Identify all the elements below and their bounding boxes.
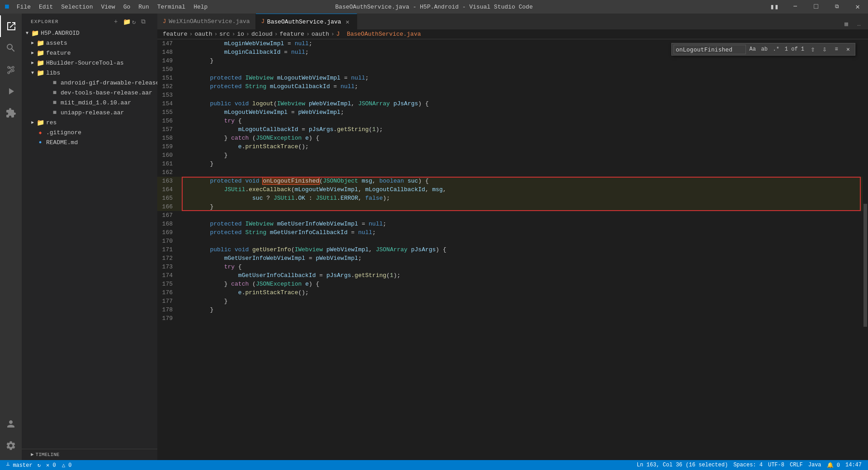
code-line-158: 158 } catch (JSONException e) { (157, 134, 868, 142)
menu-go[interactable]: Go (120, 3, 134, 11)
breadcrumb-io[interactable]: io (237, 31, 244, 38)
menu-selection[interactable]: Selection (57, 3, 96, 11)
search-widget: Aa ab .* 1 of 1 ⇧ ⇩ ≡ ✕ (671, 43, 855, 56)
warning-icon: △ (62, 462, 65, 469)
settings-icon[interactable] (0, 435, 22, 456)
timeline-section[interactable]: ► TIMELINE (22, 449, 157, 460)
error-icon: ✕ (46, 462, 49, 469)
menu-terminal[interactable]: Terminal (154, 3, 189, 11)
tab-close-button[interactable]: ✕ (344, 18, 351, 25)
breadcrumb: feature › oauth › src › io › dcloud › fe… (157, 29, 868, 39)
tab-label: BaseOAuthService.java (267, 19, 341, 25)
sidebar-item-h5p-android[interactable]: ▼ 📁 H5P.ANDROID (22, 28, 157, 38)
sidebar-item-label: README.md (46, 139, 78, 146)
main-layout: EXPLORER + 📁 ↻ ⧉ ▼ 📁 H5P.ANDROID ► 📁 ass… (0, 14, 868, 460)
maximize-button[interactable]: □ (806, 0, 826, 14)
regex-button[interactable]: .* (771, 44, 781, 54)
code-editor[interactable]: 147 mLoginWebViewImpl = null; 148 mLogin… (157, 39, 868, 460)
line-ending[interactable]: CRLF (787, 462, 806, 468)
restore-button[interactable]: ⧉ (826, 0, 847, 14)
sidebar-item-android-gif[interactable]: ► ■ android-gif-drawable-release@1.2.17.… (22, 78, 157, 88)
breadcrumb-feature2[interactable]: feature (280, 31, 305, 38)
code-line-178: 178 } (157, 306, 868, 314)
refresh-button[interactable]: ↻ (132, 18, 139, 25)
folder-icon: 📁 (31, 29, 39, 37)
menu-help[interactable]: Help (190, 3, 211, 11)
tab-baseoauth[interactable]: J BaseOAuthService.java ✕ (256, 14, 357, 29)
close-search-button[interactable]: ✕ (843, 44, 853, 54)
code-line-159: 159 e.printStackTrace(); (157, 142, 868, 151)
sidebar-item-label: uniapp-release.aar (61, 109, 124, 116)
extensions-icon[interactable] (0, 102, 22, 124)
git-branch[interactable]: ┴ master ↻ (4, 462, 43, 469)
minimap-scrollbar[interactable] (863, 39, 868, 450)
git-file-icon: ◆ (36, 128, 44, 136)
sidebar-item-dev-tools[interactable]: ► ■ dev-tools-base-release.aar (22, 88, 157, 98)
run-debug-icon[interactable] (0, 80, 22, 102)
search-input[interactable] (674, 45, 746, 54)
sidebar-item-res[interactable]: ► 📁 res (22, 118, 157, 127)
breadcrumb-dcloud[interactable]: dcloud (251, 31, 273, 38)
menu-edit[interactable]: Edit (35, 3, 57, 11)
sidebar-item-miit[interactable]: ► ■ miit_mdid_1.0.10.aar (22, 98, 157, 108)
account-icon[interactable] (0, 413, 22, 435)
cursor-position[interactable]: Ln 163, Col 36 (16 selected) (634, 462, 731, 468)
sidebar-item-gitignore[interactable]: ► ◆ .gitignore (22, 127, 157, 137)
more-options-button[interactable]: ≡ (831, 44, 841, 54)
minimize-button[interactable]: − (785, 0, 806, 14)
prev-match-button[interactable]: ⇧ (808, 44, 818, 54)
sidebar-item-label: dev-tools-base-release.aar (61, 89, 152, 96)
code-line-172: 172 mGetUserInfoWebViewImpl = pWebViewIm… (157, 254, 868, 263)
menu-file[interactable]: File (13, 3, 34, 11)
sidebar-item-label: H5P.ANDROID (41, 30, 80, 37)
scrollbar-thumb[interactable] (863, 204, 867, 327)
language-mode[interactable]: Java (806, 462, 824, 468)
split-editor-button[interactable]: ▦ (841, 19, 852, 29)
sidebar-header-actions: + 📁 ↻ ⧉ (114, 18, 148, 25)
sidebar-item-hbuilder[interactable]: ► 📁 HBuilder-SourceTool-as (22, 58, 157, 68)
sidebar-item-assets[interactable]: ► 📁 assets (22, 38, 157, 48)
match-word-button[interactable]: ab (760, 44, 769, 54)
sidebar-item-feature[interactable]: ► 📁 feature (22, 48, 157, 58)
sidebar-item-label: android-gif-drawable-release@1.2.17.aar (61, 80, 157, 86)
warning-value: 0 (68, 462, 71, 469)
code-line-151: 151 protected IWebview mLogoutWebViewImp… (157, 74, 868, 82)
sidebar-item-label: assets (46, 40, 67, 47)
code-line-179: 179 (157, 314, 868, 323)
file-tree: ▼ 📁 H5P.ANDROID ► 📁 assets ► 📁 feature ►… (22, 28, 157, 449)
new-file-button[interactable]: + (114, 18, 121, 25)
sidebar-toggle-button[interactable]: ▮▮ (764, 0, 785, 14)
error-count[interactable]: ✕ 0 △ 0 (43, 462, 74, 469)
folder-icon: 📁 (36, 39, 44, 47)
code-line-150: 150 (157, 65, 868, 74)
code-line-171: 171 public void getUserInfo(IWebview pWe… (157, 245, 868, 254)
folder-icon: 📁 (36, 118, 44, 127)
spaces-setting[interactable]: Spaces: 4 (731, 462, 765, 468)
match-case-button[interactable]: Aa (748, 44, 758, 54)
new-folder-button[interactable]: 📁 (123, 18, 130, 25)
sidebar-item-label: .gitignore (46, 129, 81, 136)
breadcrumb-file[interactable]: J BaseOAuthService.java (336, 31, 421, 38)
search-icon[interactable] (0, 37, 22, 59)
explorer-icon[interactable] (0, 15, 22, 37)
code-line-162: 162 (157, 168, 868, 177)
more-actions-button[interactable]: … (854, 19, 864, 29)
code-line-152: 152 protected String mLogoutCallbackId =… (157, 82, 868, 91)
code-line-177: 177 } (157, 297, 868, 306)
breadcrumb-src[interactable]: src (219, 31, 230, 38)
sidebar-item-readme[interactable]: ► ● README.md (22, 137, 157, 147)
breadcrumb-feature[interactable]: feature (163, 31, 188, 38)
breadcrumb-oauth2[interactable]: oauth (311, 31, 329, 38)
sidebar-item-uniapp[interactable]: ► ■ uniapp-release.aar (22, 108, 157, 118)
tab-weixinoauth[interactable]: J WeiXinOAuthService.java (157, 14, 256, 29)
breadcrumb-oauth[interactable]: oauth (194, 31, 212, 38)
encoding[interactable]: UTF-8 (765, 462, 787, 468)
source-control-icon[interactable] (0, 59, 22, 80)
next-match-button[interactable]: ⇩ (820, 44, 830, 54)
sidebar-item-libs[interactable]: ▼ 📁 libs (22, 68, 157, 78)
menu-run[interactable]: Run (135, 3, 152, 11)
collapse-button[interactable]: ⧉ (141, 18, 148, 25)
notifications[interactable]: 🔔 0 (824, 462, 843, 469)
menu-view[interactable]: View (97, 3, 118, 11)
close-button[interactable]: ✕ (847, 0, 868, 14)
